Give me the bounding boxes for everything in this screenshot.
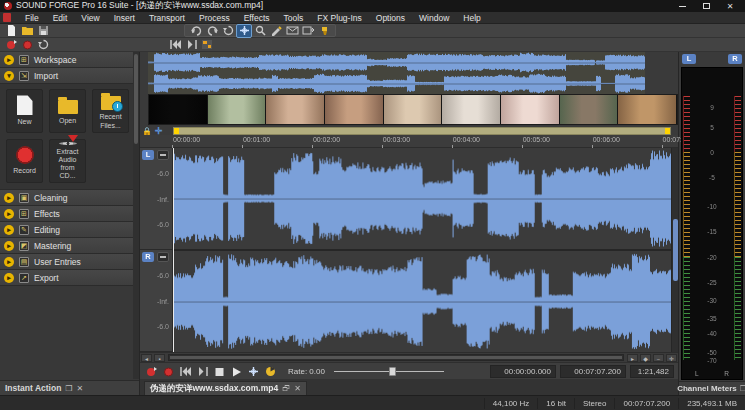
open-folder-icon[interactable]	[20, 25, 34, 37]
zoom-in-button[interactable]: ✛	[666, 354, 677, 362]
sidebar-scrollbar[interactable]	[133, 52, 139, 379]
video-thumbnail[interactable]	[384, 95, 443, 124]
expand-icon[interactable]: ▸	[4, 273, 14, 283]
sidebar-section-export[interactable]: ▸↗Export	[0, 270, 139, 286]
menu-effects[interactable]: Effects	[237, 12, 277, 24]
expand-icon[interactable]: ▸	[4, 193, 14, 203]
maximize-button[interactable]	[699, 1, 713, 11]
file-tab[interactable]: 伪递的安详www.ssdax.com.mp4 🗗 ✕	[144, 381, 307, 395]
record-icon[interactable]	[20, 39, 34, 51]
float-window-icon[interactable]: ❒	[65, 384, 72, 393]
vertical-scrollbar[interactable]	[671, 148, 678, 352]
meter-display[interactable]: 950-5-10-15-20-25-30-35-40-50-70 LR	[681, 67, 743, 380]
video-strip[interactable]	[148, 94, 678, 125]
go-to-end-button[interactable]	[195, 365, 209, 378]
tile-open[interactable]: Open	[49, 89, 86, 133]
rate-slider[interactable]	[334, 365, 444, 378]
channel-button-r[interactable]: R	[142, 252, 154, 262]
menu-insert[interactable]: Insert	[107, 12, 142, 24]
playhead-cursor[interactable]	[173, 148, 174, 352]
video-thumbnail[interactable]	[501, 95, 560, 124]
stop-button[interactable]	[212, 365, 226, 378]
rate-slider-handle[interactable]	[389, 367, 396, 376]
meter-channel-button-r[interactable]: R	[728, 54, 742, 64]
redo-icon[interactable]	[205, 25, 219, 37]
waveform-display[interactable]	[173, 148, 671, 352]
menu-tools[interactable]: Tools	[277, 12, 311, 24]
record-remote-icon[interactable]	[4, 39, 18, 51]
video-thumbnail[interactable]	[325, 95, 384, 124]
channel-meters-tab[interactable]: Channel Meters ❒	[679, 381, 745, 395]
go-to-start-button[interactable]	[178, 365, 192, 378]
collapse-icon[interactable]: ▾	[4, 71, 14, 81]
hscroll-thumb[interactable]	[170, 356, 622, 359]
menu-file[interactable]: File	[18, 12, 46, 24]
play-button[interactable]	[229, 365, 243, 378]
instant-action-tab[interactable]: Instant Action ❒ ✕	[0, 380, 139, 395]
go-to-start-icon[interactable]	[168, 39, 182, 51]
close-panel-icon[interactable]: ✕	[77, 384, 84, 393]
expand-icon[interactable]: ▸	[4, 241, 14, 251]
loop-playback-icon[interactable]	[36, 39, 50, 51]
expand-icon[interactable]: ▸	[4, 55, 14, 65]
sidebar-section-effects[interactable]: ▸⊞Effects	[0, 206, 139, 222]
envelope-tool-icon[interactable]	[285, 25, 299, 37]
edit-tool-button[interactable]	[246, 365, 260, 378]
channel-button-l[interactable]: L	[142, 150, 154, 160]
float-meters-icon[interactable]: ❒	[740, 384, 745, 393]
menu-fx-plug-ins[interactable]: FX Plug-Ins	[310, 12, 368, 24]
sidebar-section-editing[interactable]: ▸✎Editing	[0, 222, 139, 238]
zoom-fit-button[interactable]: ◆	[640, 354, 651, 362]
menu-view[interactable]: View	[74, 12, 106, 24]
expand-icon[interactable]: ▸	[4, 209, 14, 219]
time-ruler[interactable]: 00:00:0000:01:0000:02:0000:03:0000:04:00…	[140, 135, 678, 148]
record-remote-button[interactable]	[144, 365, 158, 378]
sidebar-section-workspace[interactable]: ▸⊞Workspace	[0, 52, 139, 68]
video-thumbnail[interactable]	[208, 95, 267, 124]
menu-window[interactable]: Window	[412, 12, 456, 24]
snap-grid-icon[interactable]	[200, 39, 214, 51]
video-thumbnail[interactable]	[442, 95, 501, 124]
video-thumbnail[interactable]	[560, 95, 619, 124]
scroll-right-button[interactable]: ▸	[627, 354, 638, 362]
restore-window-icon[interactable]: 🗗	[282, 384, 290, 393]
expand-icon[interactable]: ▸	[4, 225, 14, 235]
minimize-button[interactable]	[675, 1, 689, 11]
video-thumbnail[interactable]	[149, 95, 208, 124]
menu-help[interactable]: Help	[456, 12, 487, 24]
cursor-position-field[interactable]: 00:00:00.000	[490, 365, 556, 378]
scroll-center-button[interactable]: ▪	[154, 354, 165, 362]
pencil-tool-icon[interactable]	[269, 25, 283, 37]
magnify-tool-icon[interactable]	[253, 25, 267, 37]
scroll-left-button[interactable]: ◂	[141, 354, 152, 362]
edit-tool-icon[interactable]	[237, 25, 251, 37]
menu-options[interactable]: Options	[369, 12, 412, 24]
menu-process[interactable]: Process	[192, 12, 237, 24]
sidebar-section-user-entries[interactable]: ▸▤User Entries	[0, 254, 139, 270]
sidebar-section-mastering[interactable]: ▸◩Mastering	[0, 238, 139, 254]
selection-length-field[interactable]: 1:21,482	[630, 365, 674, 378]
sidebar-section-import[interactable]: ▾⇲Import	[0, 68, 139, 84]
menu-edit[interactable]: Edit	[46, 12, 75, 24]
undo-icon[interactable]	[189, 25, 203, 37]
selection-end-field[interactable]: 00:07:07.200	[560, 365, 626, 378]
event-tool-icon[interactable]	[301, 25, 315, 37]
zoom-out-button[interactable]: −	[653, 354, 664, 362]
go-to-end-icon[interactable]	[184, 39, 198, 51]
new-file-icon[interactable]	[4, 25, 18, 37]
tile-recent-files[interactable]: Recent Files...	[92, 89, 129, 133]
loop-region-bar[interactable]	[173, 127, 671, 135]
channel-minimize-button[interactable]	[157, 252, 169, 262]
video-thumbnail[interactable]	[266, 95, 325, 124]
tile-extract-audio-from-cd[interactable]: Extract Audio from CD...	[49, 139, 86, 183]
paint-tool-icon[interactable]	[317, 25, 331, 37]
close-file-icon[interactable]: ✕	[294, 384, 301, 393]
tile-new[interactable]: New	[6, 89, 43, 133]
save-icon[interactable]	[36, 25, 50, 37]
channel-minimize-button[interactable]	[157, 150, 169, 160]
record-button[interactable]	[161, 365, 175, 378]
meter-channel-button-l[interactable]: L	[682, 54, 696, 64]
repeat-icon[interactable]	[221, 25, 235, 37]
menu-transport[interactable]: Transport	[142, 12, 192, 24]
sidebar-section-cleaning[interactable]: ▸▣Cleaning	[0, 190, 139, 206]
